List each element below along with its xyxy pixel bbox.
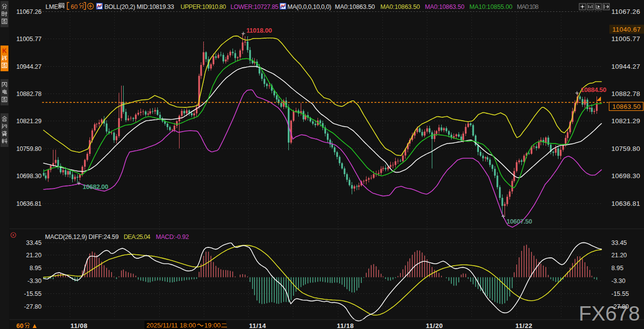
- svg-text:11040.67: 11040.67: [612, 26, 641, 33]
- svg-text:FX678: FX678: [579, 302, 640, 325]
- svg-text:MA0:10863.50: MA0:10863.50: [425, 3, 464, 10]
- svg-text:2025/11/11 18:00: 2025/11/11 18:00: [146, 322, 196, 329]
- svg-text:11067.26: 11067.26: [16, 8, 42, 15]
- svg-text:-15.55: -15.55: [611, 290, 629, 297]
- svg-text:MA0:10863.50: MA0:10863.50: [335, 3, 375, 10]
- svg-text:10759.80: 10759.80: [611, 145, 640, 152]
- svg-text:10884.50: 10884.50: [581, 86, 606, 94]
- svg-text:10698.30: 10698.30: [611, 172, 640, 180]
- svg-text:MA10:10855.00: MA10:10855.00: [469, 3, 512, 10]
- svg-text:10882.78: 10882.78: [611, 90, 640, 97]
- svg-text:BOLL(20,2) MID:10819.33: BOLL(20,2) MID:10819.33: [104, 3, 174, 10]
- svg-text:10607.50: 10607.50: [506, 218, 532, 225]
- svg-text:10759.80: 10759.80: [16, 145, 42, 152]
- svg-text:MA0:108: MA0:108: [517, 3, 539, 10]
- svg-text:-3.30: -3.30: [28, 278, 42, 284]
- svg-text:11/20: 11/20: [426, 322, 443, 329]
- svg-text:DEA:25.04: DEA:25.04: [124, 234, 150, 240]
- svg-text:-15.55: -15.55: [24, 290, 42, 297]
- svg-text:33.45: 33.45: [26, 239, 42, 246]
- svg-text:8.95: 8.95: [611, 265, 623, 272]
- svg-text:11018.00: 11018.00: [246, 27, 272, 34]
- svg-text:60: 60: [71, 3, 78, 10]
- svg-text:10636.81: 10636.81: [611, 200, 640, 207]
- svg-text:11005.77: 11005.77: [611, 35, 640, 43]
- svg-text:-3.30: -3.30: [611, 278, 626, 284]
- svg-text:11/18: 11/18: [337, 322, 354, 329]
- svg-text:21.20: 21.20: [26, 252, 42, 259]
- svg-text:MA(0,0,0,10,0,0): MA(0,0,0,10,0,0): [287, 3, 331, 10]
- svg-text:60: 60: [16, 322, 23, 329]
- svg-text:10698.30: 10698.30: [16, 173, 42, 180]
- svg-text:11/14: 11/14: [249, 322, 267, 329]
- svg-text:33.45: 33.45: [611, 239, 627, 246]
- svg-text:8.95: 8.95: [30, 265, 42, 272]
- svg-text:11/22: 11/22: [515, 322, 532, 329]
- svg-text:19:00: 19:00: [204, 322, 221, 329]
- svg-text:10636.81: 10636.81: [16, 200, 42, 207]
- svg-text:-27.80: -27.80: [24, 303, 42, 310]
- svg-text:UPPER:10910.80: UPPER:10910.80: [181, 3, 226, 10]
- svg-text:10863.50: 10863.50: [612, 103, 641, 110]
- svg-text:10944.27: 10944.27: [611, 63, 640, 70]
- svg-text:11005.77: 11005.77: [16, 36, 42, 43]
- svg-text:K: K: [2, 47, 7, 54]
- svg-text:LOWER:10727.85: LOWER:10727.85: [230, 3, 278, 10]
- svg-text:LME: LME: [46, 3, 58, 10]
- svg-text:MA0:10863.50: MA0:10863.50: [380, 3, 420, 10]
- svg-text:10821.29: 10821.29: [611, 117, 640, 125]
- svg-text:MACD:-0.92: MACD:-0.92: [156, 234, 189, 240]
- svg-text:10944.27: 10944.27: [16, 63, 42, 70]
- svg-text:11067.26: 11067.26: [611, 8, 640, 15]
- svg-text:10821.29: 10821.29: [16, 118, 42, 125]
- svg-text:11/08: 11/08: [71, 322, 88, 329]
- svg-text:MACD(26,12,9) DIFF:24.59: MACD(26,12,9) DIFF:24.59: [45, 234, 119, 240]
- svg-text:10882.78: 10882.78: [16, 91, 42, 97]
- svg-text:10682.00: 10682.00: [83, 183, 108, 190]
- svg-text:21.20: 21.20: [611, 252, 627, 259]
